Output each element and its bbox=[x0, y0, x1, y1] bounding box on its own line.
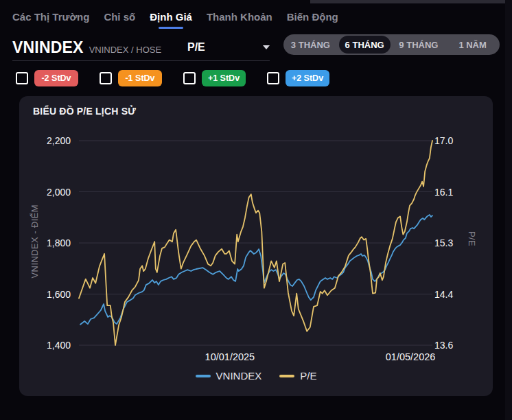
stdv-toggle: -2 StDv bbox=[16, 70, 78, 86]
range-button[interactable]: 6 THÁNG bbox=[339, 36, 391, 54]
stdv-checkbox[interactable] bbox=[100, 72, 112, 84]
stdv-checkbox[interactable] bbox=[267, 72, 279, 84]
nav-tab-item[interactable]: Các Thị Trường bbox=[12, 11, 89, 29]
chart-legend: VNINDEXP/E bbox=[19, 370, 493, 382]
right-tick-label: 13.6 bbox=[434, 339, 486, 351]
vnindex-line bbox=[80, 215, 432, 325]
symbol-subtitle: VNINDEX / HOSE bbox=[89, 45, 161, 55]
right-tick-label: 15.3 bbox=[434, 237, 486, 249]
legend-item[interactable]: VNINDEX bbox=[196, 370, 262, 382]
stdv-checkbox[interactable] bbox=[183, 72, 196, 84]
right-edge-strip bbox=[505, 0, 512, 420]
plot-area[interactable] bbox=[79, 141, 432, 345]
range-button[interactable]: 3 THÁNG bbox=[285, 36, 336, 54]
nav-tab-item[interactable]: Thanh Khoản bbox=[207, 11, 272, 29]
stdv-badge[interactable]: +2 StDv bbox=[286, 70, 329, 86]
nav-tab-item[interactable]: Chỉ số bbox=[104, 11, 135, 29]
left-tick-label: 1,600 bbox=[19, 288, 71, 301]
right-tick-label: 14.4 bbox=[434, 288, 486, 301]
symbol-title: VNINDEX bbox=[12, 38, 84, 57]
range-selector: 3 THÁNG6 THÁNG9 THÁNG1 NĂM bbox=[283, 34, 500, 55]
metric-dropdown-value: P/E bbox=[187, 41, 205, 54]
x-axis-label: 01/05/2026 bbox=[386, 351, 436, 362]
legend-label: VNINDEX bbox=[216, 370, 262, 382]
legend-swatch-icon bbox=[196, 375, 211, 377]
nav-tab-item[interactable]: Biến Động bbox=[287, 11, 338, 29]
x-axis-label: 10/01/2025 bbox=[205, 351, 255, 362]
stdv-toggle: +1 StDv bbox=[183, 70, 246, 86]
chart-title: BIỂU ĐỒ P/E LỊCH SỬ bbox=[33, 106, 136, 117]
right-tick-label: 16.1 bbox=[434, 186, 486, 198]
metric-dropdown[interactable]: P/E bbox=[187, 41, 270, 54]
stdv-checkbox[interactable] bbox=[16, 72, 28, 84]
nav-tab-active[interactable]: Định Giá bbox=[150, 11, 192, 29]
chart-panel: BIỂU ĐỒ P/E LỊCH SỬ VNINDEX - ĐIỂM P/E 2… bbox=[19, 96, 493, 396]
x-axis-ticks: 10/01/202501/05/2026 bbox=[79, 351, 432, 364]
left-axis-ticks: 2,2002,0001,8001,6001,400 bbox=[19, 141, 71, 345]
legend-swatch-icon bbox=[279, 375, 294, 377]
chevron-down-icon bbox=[263, 45, 270, 49]
chart-canvas[interactable] bbox=[79, 141, 432, 345]
valuation-page: { "nav": { "items": [ {"label": "Các Thị… bbox=[0, 0, 512, 420]
stdv-toggle: -1 StDv bbox=[100, 70, 162, 86]
range-button[interactable]: 9 THÁNG bbox=[393, 36, 445, 54]
left-tick-label: 2,200 bbox=[19, 135, 71, 147]
stdv-badge[interactable]: -1 StDv bbox=[118, 70, 162, 86]
main-nav: Các Thị TrườngChỉ sốĐịnh GiáThanh KhoảnB… bbox=[12, 11, 338, 29]
stdv-toggle-row: -2 StDv-1 StDv+1 StDv+2 StDv bbox=[16, 70, 329, 86]
right-tick-label: 17.0 bbox=[434, 135, 486, 147]
left-tick-label: 1,400 bbox=[19, 339, 71, 351]
left-tick-label: 2,000 bbox=[19, 186, 71, 198]
right-axis-ticks: 17.016.115.314.413.6 bbox=[434, 141, 486, 345]
stdv-badge[interactable]: -2 StDv bbox=[34, 70, 78, 86]
browser-top-strip bbox=[310, 0, 512, 3]
stdv-toggle: +2 StDv bbox=[267, 70, 329, 86]
left-tick-label: 1,800 bbox=[19, 237, 71, 249]
symbol-header: VNINDEX VNINDEX / HOSE P/E bbox=[12, 34, 270, 61]
stdv-badge[interactable]: +1 StDv bbox=[202, 70, 246, 86]
legend-label: P/E bbox=[300, 370, 316, 382]
range-button[interactable]: 1 NĂM bbox=[447, 36, 498, 54]
legend-item[interactable]: P/E bbox=[279, 370, 316, 382]
